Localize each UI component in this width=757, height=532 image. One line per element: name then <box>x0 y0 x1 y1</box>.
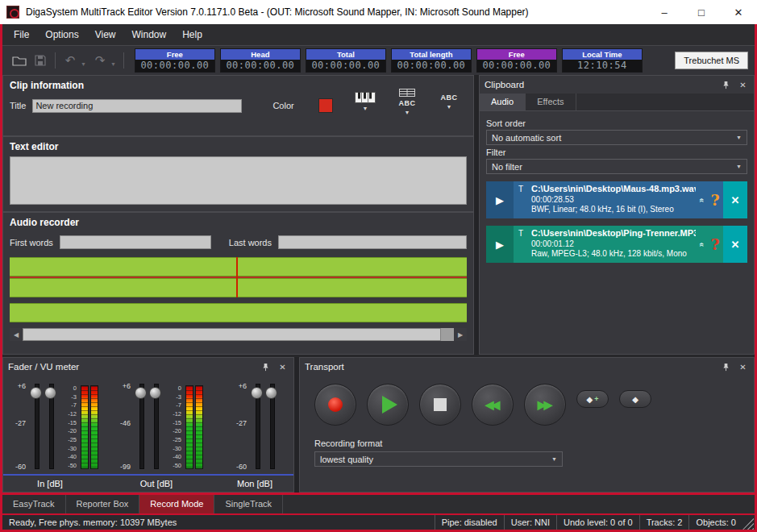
status-undo-level: Undo level: 0 of 0 <box>556 515 639 530</box>
tab-easytrack[interactable]: EasyTrack <box>2 495 66 513</box>
resize-grip[interactable] <box>742 517 754 530</box>
minimize-button[interactable]: – <box>646 0 683 24</box>
scroll-left-icon[interactable]: ◀ <box>10 328 23 341</box>
first-words-input[interactable] <box>60 235 211 249</box>
menu-file[interactable]: File <box>6 24 37 45</box>
scale-label: -27 <box>15 419 26 427</box>
fader-scale: +6 -27 -60 <box>10 384 29 469</box>
time-display-label: Local Time <box>563 49 642 60</box>
add-marker-button[interactable]: ◆+ <box>576 390 609 408</box>
scrollbar-track[interactable] <box>23 328 454 341</box>
last-words-input[interactable] <box>278 235 467 249</box>
time-display-local-time: Local Time 12:10:54 <box>562 48 643 73</box>
redo-dropdown-icon[interactable]: ▼ <box>110 61 116 67</box>
clipboard-item[interactable]: ▶ T C:\Users\nin\Desktop\Maus-48.mp3.wav… <box>486 181 747 218</box>
color-swatch[interactable] <box>318 98 333 113</box>
fader-knob[interactable] <box>251 387 263 399</box>
menu-view[interactable]: View <box>87 24 124 45</box>
fader-label-in: In [dB] <box>18 479 82 488</box>
fader-slider[interactable] <box>44 384 58 469</box>
fader-slider[interactable] <box>250 384 264 469</box>
expand-chevron-icon[interactable]: « <box>697 226 707 263</box>
text-editor-area[interactable] <box>10 156 467 205</box>
save-icon[interactable] <box>30 51 51 70</box>
remove-item-button[interactable]: ✕ <box>723 226 747 263</box>
stop-button[interactable] <box>419 384 461 426</box>
fader-knob[interactable] <box>135 387 147 399</box>
abc-text-button[interactable]: ABC ▼ <box>433 84 465 119</box>
fader-slider[interactable] <box>134 384 148 469</box>
mode-tabstrip: EasyTrack Reporter Box Record Mode Singl… <box>2 493 755 513</box>
undo-dropdown-icon[interactable]: ▼ <box>81 61 86 67</box>
recording-format-label: Recording format <box>314 438 739 448</box>
text-editor-section: Text editor <box>2 136 474 212</box>
record-button[interactable] <box>314 384 356 426</box>
scrollbar-thumb[interactable] <box>23 328 441 341</box>
pin-icon[interactable] <box>720 79 732 91</box>
expand-chevron-icon[interactable]: « <box>697 181 707 218</box>
fader-slider[interactable] <box>29 384 44 469</box>
menu-window[interactable]: Window <box>124 24 175 45</box>
redo-icon[interactable]: ↷ <box>89 51 110 70</box>
fader-group-labels: In [dB] Out [dB] Mon [dB] <box>3 474 293 492</box>
close-panel-icon[interactable]: ✕ <box>737 79 749 91</box>
scroll-right-icon[interactable]: ▶ <box>454 328 467 341</box>
fader-slider[interactable] <box>148 384 163 469</box>
pin-icon[interactable] <box>720 361 732 373</box>
piano-keyboard-icon <box>355 92 376 103</box>
rewind-button[interactable]: ◀◀ <box>472 384 514 426</box>
play-icon[interactable]: ▶ <box>486 181 514 218</box>
chevron-down-icon: ▼ <box>405 110 410 115</box>
time-display-label: Head <box>221 49 300 60</box>
tab-effects[interactable]: Effects <box>526 94 576 110</box>
fader-slider[interactable] <box>264 384 279 469</box>
clip-title-input[interactable] <box>32 99 242 113</box>
fader-knob[interactable] <box>30 387 42 399</box>
chevron-down-icon: ▼ <box>736 135 742 140</box>
undo-icon[interactable]: ↶ <box>60 51 81 70</box>
item-format: Raw, MPEG-L3; 48.0 kHz, 128 kbit/s, Mono <box>531 249 696 258</box>
vu-meter-bar <box>185 385 193 469</box>
marker-diamond-icon: ◆ <box>587 395 593 404</box>
waveform-channel-left <box>10 257 467 276</box>
maximize-button[interactable]: □ <box>683 0 720 24</box>
goto-marker-button[interactable]: ◆ <box>619 390 651 408</box>
item-path: C:\Users\nin\Desktop\Ping-Trenner.MP3 <box>531 228 696 238</box>
tab-record-mode[interactable]: Record Mode <box>139 495 214 513</box>
close-panel-icon[interactable]: ✕ <box>277 361 289 373</box>
play-icon[interactable]: ▶ <box>486 226 514 263</box>
playhead-cursor[interactable] <box>236 257 238 297</box>
recording-format-dropdown[interactable]: lowest quality ▼ <box>314 451 563 467</box>
play-button[interactable] <box>367 384 409 426</box>
waveform-mono-track <box>10 303 467 322</box>
time-display-free: Free 00:00:00.00 <box>135 48 215 73</box>
scale-label: -27 <box>236 419 247 427</box>
font-selector-button[interactable]: Trebuchet MS <box>675 52 748 69</box>
clipboard-item[interactable]: ▶ T C:\Users\nin\Desktop\Ping-Trenner.MP… <box>486 226 747 263</box>
time-display-label: Free <box>477 49 556 60</box>
menu-help[interactable]: Help <box>174 24 210 45</box>
scale-label: +6 <box>239 382 247 390</box>
bottom-dock: Fader / VU meter ✕ +6 -27 -60 <box>2 355 755 493</box>
item-duration: 00:00:28.53 <box>531 195 696 204</box>
fast-forward-button[interactable]: ▶▶ <box>524 384 566 426</box>
filter-dropdown[interactable]: No filter ▼ <box>486 159 747 174</box>
remove-item-button[interactable]: ✕ <box>723 181 747 218</box>
waveform-display[interactable] <box>10 257 467 322</box>
pin-icon[interactable] <box>260 361 272 373</box>
close-button[interactable]: ✕ <box>720 0 757 24</box>
clipboard-item-info: T C:\Users\nin\Desktop\Ping-Trenner.MP3 … <box>514 226 697 263</box>
sort-order-dropdown[interactable]: No automatic sort ▼ <box>486 130 747 145</box>
close-panel-icon[interactable]: ✕ <box>737 361 749 373</box>
play-glyph: ▶ <box>496 194 504 206</box>
fader-knob[interactable] <box>265 387 277 399</box>
menu-options[interactable]: Options <box>37 24 86 45</box>
fader-knob[interactable] <box>149 387 161 399</box>
tab-singletrack[interactable]: SingleTrack <box>214 495 283 513</box>
open-folder-icon[interactable] <box>9 51 30 70</box>
text-blocks-button[interactable]: ABC ▼ <box>391 84 423 119</box>
keyboard-insert-button[interactable]: ▼ <box>349 84 381 119</box>
fader-knob[interactable] <box>44 387 56 399</box>
tab-reporter-box[interactable]: Reporter Box <box>66 495 140 513</box>
tab-audio[interactable]: Audio <box>480 94 526 110</box>
